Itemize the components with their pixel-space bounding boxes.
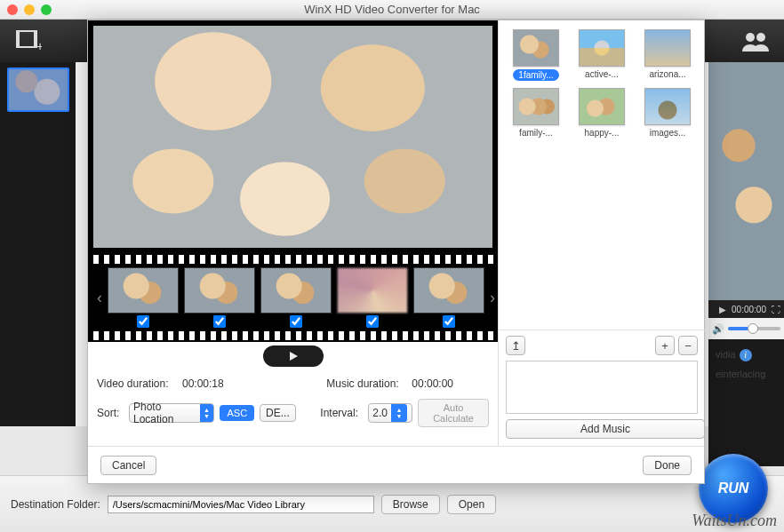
svg-rect-0 [17,31,36,47]
desc-button[interactable]: DE... [260,404,296,422]
play-button[interactable] [263,345,324,367]
opt-vidia-label: vidia [716,349,736,360]
volume-slider[interactable] [728,327,780,330]
filmstrip: ‹ › [88,253,498,342]
svg-rect-1 [17,31,20,47]
filmstrip-checkbox[interactable] [366,315,379,328]
open-button[interactable]: Open [447,495,496,514]
photo-thumbnails-grid: 1family...active-...arizona...family-...… [499,20,705,147]
source-sidebar [0,62,76,426]
photo-thumbnail[interactable]: family-... [508,88,564,138]
add-photo-button[interactable]: + [655,336,675,355]
filmstrip-item[interactable] [260,267,332,328]
opt-deint-label: einterlacing [716,369,765,379]
remove-photo-button[interactable]: − [678,336,698,355]
sort-select[interactable]: Photo Location▲▼ [129,403,214,423]
sort-label: Sort: [97,407,124,419]
source-item[interactable] [7,67,69,112]
filmstrip-checkbox[interactable] [290,315,302,328]
zoom-window-button[interactable] [41,4,52,15]
slideshow-editor-modal: ‹ › Video duration: 00:00:18 M [87,20,705,484]
people-icon[interactable] [734,25,777,57]
filmstrip-checkbox[interactable] [443,315,455,328]
timeline-time: 00:00:00 [732,305,766,314]
video-duration-value: 00:00:18 [182,377,224,390]
asc-button[interactable]: ASC [220,405,254,421]
play-icon[interactable]: ▶ [719,305,726,314]
volume-icon[interactable]: 🔊 [712,323,724,335]
photo-thumbnail[interactable]: happy-... [573,88,630,138]
svg-text:+: + [36,39,42,52]
done-button[interactable]: Done [643,456,692,475]
slideshow-preview [88,20,498,253]
upload-icon[interactable]: ↥ [506,336,525,355]
filmstrip-checkbox[interactable] [137,315,149,328]
filmstrip-checkbox[interactable] [213,315,226,328]
auto-calculate-button[interactable]: Auto Calculate [418,399,489,427]
music-list[interactable] [506,361,698,414]
add-music-button[interactable]: Add Music [506,419,705,439]
filmstrip-item[interactable] [337,267,408,328]
window-title: WinX HD Video Converter for Mac [304,3,480,16]
music-duration-label: Music duration: [326,377,406,390]
svg-point-5 [756,33,765,42]
fullscreen-icon[interactable]: ⛶ [772,305,780,314]
minimize-window-button[interactable] [24,4,35,15]
filmstrip-item[interactable] [108,267,179,328]
filmstrip-item[interactable] [184,267,255,328]
destination-label: Destination Folder: [11,498,100,511]
svg-point-4 [746,33,755,42]
window-titlebar: WinX HD Video Converter for Mac [0,0,784,20]
cancel-button[interactable]: Cancel [100,456,156,475]
filmstrip-prev-button[interactable]: ‹ [97,289,102,307]
filmstrip-next-button[interactable]: › [490,289,495,307]
browse-button[interactable]: Browse [381,495,440,514]
photo-thumbnail[interactable]: images... [639,88,696,138]
background-preview-panel: ▶ 00:00:00 ⛶ 🔊 vidiai einterlacing [708,62,784,466]
music-duration-value: 00:00:00 [412,377,453,390]
interval-select[interactable]: 2.0▲▼ [368,403,412,423]
video-duration-label: Video duration: [97,377,177,390]
preview-image [708,62,784,300]
photo-thumbnail[interactable]: arizona... [639,29,696,81]
photo-thumbnail[interactable]: 1family... [508,29,564,81]
photo-thumbnail[interactable]: active-... [573,29,630,81]
filmstrip-item[interactable] [413,267,484,328]
info-icon[interactable]: i [740,349,752,361]
watermark-text: WaitsUn.com [692,512,777,530]
add-video-icon[interactable]: + [7,25,50,57]
destination-input[interactable] [108,496,374,513]
interval-label: Interval: [320,407,363,419]
close-window-button[interactable] [7,4,18,15]
